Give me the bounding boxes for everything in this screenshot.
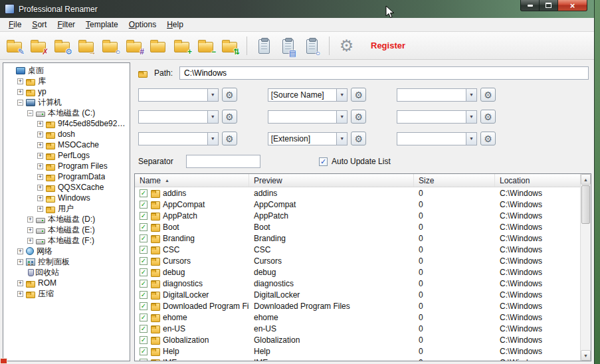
tree-item[interactable]: +QQSXCache (5, 182, 130, 193)
close-button[interactable]: × (557, 0, 587, 11)
table-row[interactable]: ✓HelpHelp0C:\Windows (135, 345, 580, 357)
row-checkbox[interactable]: ✓ (140, 268, 148, 276)
rule-combo-r1-c1[interactable]: ▼ (138, 88, 219, 102)
auto-update-option[interactable]: ✓ Auto Update List (319, 157, 391, 166)
open-folder-button[interactable]: → (76, 35, 96, 57)
tree-item[interactable]: −计算机 (5, 97, 130, 108)
auto-update-checkbox[interactable]: ✓ (319, 157, 328, 166)
tree-item[interactable]: +压缩 (5, 288, 130, 299)
update-list-button[interactable]: ⇅ (219, 35, 240, 57)
row-checkbox[interactable]: ✓ (140, 336, 148, 344)
rule-combo-r2-c2[interactable]: ▼ (268, 110, 348, 124)
row-checkbox[interactable]: ✓ (140, 302, 148, 310)
expand-icon[interactable]: + (37, 195, 43, 201)
expand-icon[interactable]: + (37, 121, 43, 127)
rule-settings-button-r1-c3[interactable]: ⚙ (480, 88, 496, 102)
rule-combo-r3-c3[interactable]: ▼ (397, 132, 477, 145)
rule-combo-r1-c2[interactable]: [Source Name]▼ (268, 88, 348, 102)
folder-options-button[interactable]: ⚙ (52, 35, 72, 57)
tree-item[interactable]: +ProgramData (5, 171, 130, 182)
tree-item[interactable]: +Windows (5, 193, 130, 203)
rule-settings-button-r3-c1[interactable]: ⚙ (222, 132, 237, 145)
search-folder-button[interactable]: ○ (100, 35, 120, 57)
tree-item[interactable]: −本地磁盘 (C:) (5, 108, 130, 118)
row-checkbox[interactable]: ✓ (140, 234, 148, 242)
expand-icon[interactable]: + (37, 206, 43, 212)
table-row[interactable]: ✓addinsaddins0C:\Windows (135, 187, 580, 199)
rule-settings-button-r3-c3[interactable]: ⚙ (480, 132, 496, 145)
register-link[interactable]: Register (371, 41, 405, 50)
table-row[interactable]: ✓CursorsCursors0C:\Windows (135, 255, 580, 266)
tree-item[interactable]: +库 (5, 76, 130, 86)
rule-combo-r2-c1[interactable]: ▼ (138, 110, 219, 124)
path-input[interactable] (179, 66, 589, 80)
expand-icon[interactable]: + (17, 248, 23, 254)
preview-list-button[interactable]: ○ (302, 35, 322, 57)
expand-icon[interactable]: + (37, 142, 43, 148)
scroll-down-button[interactable]: ▼ (581, 350, 591, 361)
table-row[interactable]: ✓BrandingBranding0C:\Windows (135, 232, 580, 244)
menu-item-template[interactable]: Template (80, 19, 124, 31)
expand-icon[interactable]: + (37, 163, 43, 169)
collapse-icon[interactable]: − (27, 110, 33, 116)
numbering-button[interactable]: # (124, 35, 144, 57)
expand-icon[interactable]: + (37, 174, 43, 180)
expand-icon[interactable]: + (27, 238, 33, 244)
row-checkbox[interactable]: ✓ (140, 359, 148, 361)
rule-combo-r1-c3[interactable]: ▼ (397, 88, 477, 102)
chevron-down-icon[interactable]: ▼ (466, 89, 476, 101)
expand-icon[interactable]: + (17, 89, 23, 95)
chevron-down-icon[interactable]: ▼ (336, 111, 347, 123)
add-files-button[interactable]: + (171, 35, 192, 57)
row-checkbox[interactable]: ✓ (140, 212, 148, 220)
settings-button[interactable]: ⚙ (336, 35, 357, 57)
table-row[interactable]: ✓ehomeehome0C:\Windows (135, 312, 580, 323)
copy-list-button[interactable] (254, 35, 274, 57)
tree-item[interactable]: +MSOCache (5, 139, 130, 150)
rule-settings-button-r1-c2[interactable]: ⚙ (351, 88, 366, 102)
table-row[interactable]: ✓AppPatchAppPatch0C:\Windows (135, 210, 580, 221)
menu-item-options[interactable]: Options (124, 19, 161, 31)
tree-item[interactable]: +Program Files (5, 161, 130, 171)
tree-item[interactable]: +PerfLogs (5, 150, 130, 161)
rule-combo-r3-c1[interactable]: ▼ (138, 132, 219, 145)
menu-item-sort[interactable]: Sort (27, 19, 52, 31)
row-checkbox[interactable]: ✓ (140, 291, 148, 299)
scroll-thumb[interactable] (581, 185, 590, 224)
minimize-button[interactable] (520, 0, 540, 11)
row-checkbox[interactable]: ✓ (140, 314, 148, 321)
tree-item[interactable]: +9f4c5ed85dbe92ea8ca (5, 118, 130, 129)
chevron-down-icon[interactable]: ▼ (466, 133, 476, 145)
expand-icon[interactable]: + (27, 217, 33, 223)
table-row[interactable]: ✓AppCompatAppCompat0C:\Windows (135, 199, 580, 210)
row-checkbox[interactable]: ✓ (140, 347, 148, 355)
tree-item[interactable]: 回收站 (5, 267, 130, 278)
menu-item-file[interactable]: File (3, 19, 27, 31)
chevron-down-icon[interactable]: ▼ (336, 89, 347, 101)
row-checkbox[interactable]: ✓ (140, 325, 148, 333)
table-row[interactable]: ✓diagnosticsdiagnostics0C:\Windows (135, 278, 580, 289)
table-row[interactable]: ✓IMEIME0C:\Windows (135, 357, 580, 361)
tree-item[interactable]: +本地磁盘 (D:) (5, 214, 130, 225)
column-header-location[interactable]: Location (495, 174, 580, 187)
row-checkbox[interactable]: ✓ (140, 223, 148, 231)
column-header-size[interactable]: Size (414, 174, 495, 187)
expand-icon[interactable]: + (37, 132, 43, 137)
chevron-down-icon[interactable]: ▼ (207, 133, 218, 145)
tree-item[interactable]: +yp (5, 86, 130, 97)
table-row[interactable]: ✓DigitalLockerDigitalLocker0C:\Windows (135, 289, 580, 300)
browse-folder-button[interactable] (148, 35, 168, 57)
rule-settings-button-r2-c2[interactable]: ⚙ (351, 110, 366, 124)
tree-item[interactable]: +ROM (5, 278, 130, 288)
table-row[interactable]: ✓GlobalizationGlobalization0C:\Windows (135, 334, 580, 345)
row-checkbox[interactable]: ✓ (140, 280, 148, 288)
separator-input[interactable] (186, 155, 260, 168)
rule-combo-r2-c3[interactable]: ▼ (397, 110, 477, 124)
row-checkbox[interactable]: ✓ (140, 257, 148, 265)
rule-settings-button-r1-c1[interactable]: ⚙ (222, 88, 237, 102)
tree-item[interactable]: +dosh (5, 129, 130, 139)
expand-icon[interactable]: + (17, 78, 23, 84)
rule-settings-button-r3-c2[interactable]: ⚙ (351, 132, 366, 145)
expand-icon[interactable]: + (17, 280, 23, 286)
tree-item[interactable]: 桌面 (5, 65, 130, 76)
